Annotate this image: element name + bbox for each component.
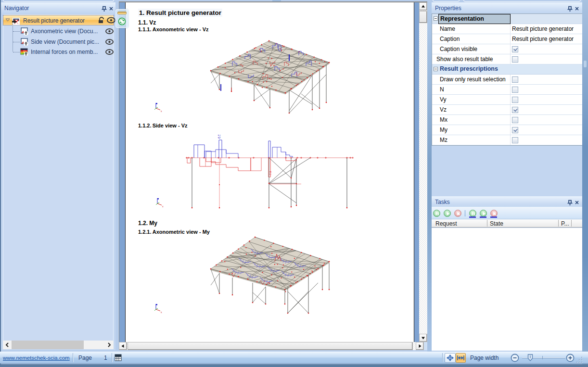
- svg-text:-7.9: -7.9: [269, 171, 272, 176]
- svg-text:x: x: [161, 311, 162, 314]
- svg-text:6.53: 6.53: [217, 135, 221, 139]
- svg-text:x: x: [161, 110, 162, 113]
- svg-text:x: x: [162, 205, 164, 208]
